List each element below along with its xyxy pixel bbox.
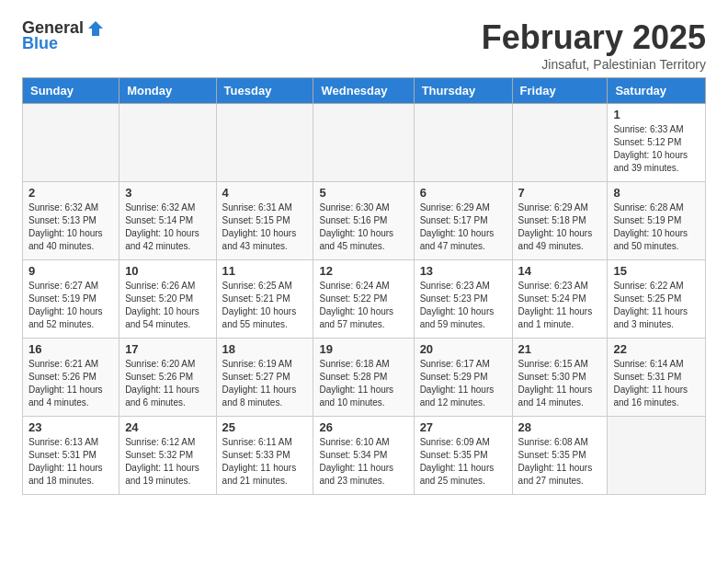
day-cell: 13Sunrise: 6:23 AM Sunset: 5:23 PM Dayli…: [414, 260, 512, 339]
day-number: 21: [518, 342, 602, 356]
day-cell: 19Sunrise: 6:18 AM Sunset: 5:28 PM Dayli…: [313, 339, 414, 417]
calendar-title: February 2025: [482, 18, 706, 57]
day-number: 12: [319, 264, 407, 278]
day-info: Sunrise: 6:32 AM Sunset: 5:14 PM Dayligh…: [125, 201, 210, 253]
title-block: February 2025 Jinsafut, Palestinian Terr…: [482, 18, 706, 72]
day-number: 5: [319, 186, 407, 200]
day-number: 2: [28, 186, 113, 200]
day-cell: [512, 104, 608, 182]
day-info: Sunrise: 6:09 AM Sunset: 5:35 PM Dayligh…: [420, 436, 506, 488]
day-number: 10: [125, 264, 210, 278]
day-number: 13: [420, 264, 506, 278]
day-cell: 11Sunrise: 6:25 AM Sunset: 5:21 PM Dayli…: [216, 260, 313, 339]
day-cell: 6Sunrise: 6:29 AM Sunset: 5:17 PM Daylig…: [414, 182, 512, 260]
day-number: 1: [613, 108, 700, 121]
day-cell: [119, 104, 216, 182]
day-info: Sunrise: 6:15 AM Sunset: 5:30 PM Dayligh…: [518, 358, 602, 409]
day-cell: [608, 417, 706, 495]
weekday-header-sunday: Sunday: [23, 78, 119, 104]
week-row-1: 1Sunrise: 6:33 AM Sunset: 5:12 PM Daylig…: [23, 104, 706, 182]
day-number: 14: [518, 264, 602, 278]
day-info: Sunrise: 6:24 AM Sunset: 5:22 PM Dayligh…: [319, 280, 407, 331]
day-cell: 2Sunrise: 6:32 AM Sunset: 5:13 PM Daylig…: [23, 182, 119, 260]
day-cell: 10Sunrise: 6:26 AM Sunset: 5:20 PM Dayli…: [119, 260, 216, 339]
day-number: 4: [222, 186, 308, 200]
day-number: 16: [28, 342, 113, 356]
header: General Blue February 2025 Jinsafut, Pal…: [22, 18, 706, 72]
weekday-header-row: SundayMondayTuesdayWednesdayThursdayFrid…: [23, 78, 706, 104]
calendar-table: SundayMondayTuesdayWednesdayThursdayFrid…: [22, 77, 706, 495]
day-info: Sunrise: 6:17 AM Sunset: 5:29 PM Dayligh…: [420, 358, 506, 409]
week-row-4: 16Sunrise: 6:21 AM Sunset: 5:26 PM Dayli…: [23, 339, 706, 417]
day-info: Sunrise: 6:31 AM Sunset: 5:15 PM Dayligh…: [222, 201, 308, 253]
day-number: 18: [222, 342, 308, 356]
day-cell: [23, 104, 119, 182]
day-cell: 27Sunrise: 6:09 AM Sunset: 5:35 PM Dayli…: [414, 417, 512, 495]
logo-blue-text: Blue: [22, 34, 58, 53]
day-cell: 12Sunrise: 6:24 AM Sunset: 5:22 PM Dayli…: [313, 260, 414, 339]
day-number: 11: [222, 264, 308, 278]
day-info: Sunrise: 6:08 AM Sunset: 5:35 PM Dayligh…: [518, 436, 602, 488]
day-cell: 7Sunrise: 6:29 AM Sunset: 5:18 PM Daylig…: [512, 182, 608, 260]
day-info: Sunrise: 6:18 AM Sunset: 5:28 PM Dayligh…: [319, 358, 407, 409]
day-number: 8: [613, 186, 700, 200]
day-cell: [313, 104, 414, 182]
day-info: Sunrise: 6:27 AM Sunset: 5:19 PM Dayligh…: [28, 280, 113, 331]
day-cell: 3Sunrise: 6:32 AM Sunset: 5:14 PM Daylig…: [119, 182, 216, 260]
day-info: Sunrise: 6:30 AM Sunset: 5:16 PM Dayligh…: [319, 201, 407, 253]
weekday-header-thursday: Thursday: [414, 78, 512, 104]
day-info: Sunrise: 6:21 AM Sunset: 5:26 PM Dayligh…: [28, 358, 113, 409]
calendar-subtitle: Jinsafut, Palestinian Territory: [482, 57, 706, 72]
day-info: Sunrise: 6:29 AM Sunset: 5:17 PM Dayligh…: [420, 201, 506, 253]
day-info: Sunrise: 6:29 AM Sunset: 5:18 PM Dayligh…: [518, 201, 602, 253]
day-info: Sunrise: 6:13 AM Sunset: 5:31 PM Dayligh…: [28, 436, 113, 488]
day-number: 20: [420, 342, 506, 356]
day-number: 7: [518, 186, 602, 200]
day-cell: 5Sunrise: 6:30 AM Sunset: 5:16 PM Daylig…: [313, 182, 414, 260]
day-info: Sunrise: 6:25 AM Sunset: 5:21 PM Dayligh…: [222, 280, 308, 331]
day-cell: 17Sunrise: 6:20 AM Sunset: 5:26 PM Dayli…: [119, 339, 216, 417]
day-cell: 26Sunrise: 6:10 AM Sunset: 5:34 PM Dayli…: [313, 417, 414, 495]
weekday-header-wednesday: Wednesday: [313, 78, 414, 104]
week-row-2: 2Sunrise: 6:32 AM Sunset: 5:13 PM Daylig…: [23, 182, 706, 260]
day-info: Sunrise: 6:19 AM Sunset: 5:27 PM Dayligh…: [222, 358, 308, 409]
day-info: Sunrise: 6:12 AM Sunset: 5:32 PM Dayligh…: [125, 436, 210, 488]
day-number: 3: [125, 186, 210, 200]
calendar-page: General Blue February 2025 Jinsafut, Pal…: [0, 0, 728, 513]
day-number: 28: [518, 420, 602, 434]
week-row-5: 23Sunrise: 6:13 AM Sunset: 5:31 PM Dayli…: [23, 417, 706, 495]
day-info: Sunrise: 6:23 AM Sunset: 5:23 PM Dayligh…: [420, 280, 506, 331]
day-info: Sunrise: 6:23 AM Sunset: 5:24 PM Dayligh…: [518, 280, 602, 331]
day-info: Sunrise: 6:14 AM Sunset: 5:31 PM Dayligh…: [613, 358, 700, 409]
day-number: 22: [613, 342, 700, 356]
logo-icon: [86, 19, 105, 38]
day-info: Sunrise: 6:33 AM Sunset: 5:12 PM Dayligh…: [613, 123, 700, 175]
day-number: 19: [319, 342, 407, 356]
day-number: 24: [125, 420, 210, 434]
day-info: Sunrise: 6:22 AM Sunset: 5:25 PM Dayligh…: [613, 280, 700, 331]
day-cell: 9Sunrise: 6:27 AM Sunset: 5:19 PM Daylig…: [23, 260, 119, 339]
weekday-header-monday: Monday: [119, 78, 216, 104]
day-info: Sunrise: 6:11 AM Sunset: 5:33 PM Dayligh…: [222, 436, 308, 488]
svg-marker-0: [88, 21, 103, 36]
day-cell: 14Sunrise: 6:23 AM Sunset: 5:24 PM Dayli…: [512, 260, 608, 339]
day-cell: 21Sunrise: 6:15 AM Sunset: 5:30 PM Dayli…: [512, 339, 608, 417]
weekday-header-friday: Friday: [512, 78, 608, 104]
day-info: Sunrise: 6:28 AM Sunset: 5:19 PM Dayligh…: [613, 201, 700, 253]
day-info: Sunrise: 6:32 AM Sunset: 5:13 PM Dayligh…: [28, 201, 113, 253]
day-number: 25: [222, 420, 308, 434]
day-number: 27: [420, 420, 506, 434]
weekday-header-tuesday: Tuesday: [216, 78, 313, 104]
day-info: Sunrise: 6:20 AM Sunset: 5:26 PM Dayligh…: [125, 358, 210, 409]
week-row-3: 9Sunrise: 6:27 AM Sunset: 5:19 PM Daylig…: [23, 260, 706, 339]
day-cell: 18Sunrise: 6:19 AM Sunset: 5:27 PM Dayli…: [216, 339, 313, 417]
day-cell: [414, 104, 512, 182]
day-cell: 28Sunrise: 6:08 AM Sunset: 5:35 PM Dayli…: [512, 417, 608, 495]
logo: General Blue: [22, 18, 105, 53]
day-cell: [216, 104, 313, 182]
day-number: 15: [613, 264, 700, 278]
day-cell: 23Sunrise: 6:13 AM Sunset: 5:31 PM Dayli…: [23, 417, 119, 495]
day-cell: 24Sunrise: 6:12 AM Sunset: 5:32 PM Dayli…: [119, 417, 216, 495]
day-number: 23: [28, 420, 113, 434]
day-info: Sunrise: 6:26 AM Sunset: 5:20 PM Dayligh…: [125, 280, 210, 331]
